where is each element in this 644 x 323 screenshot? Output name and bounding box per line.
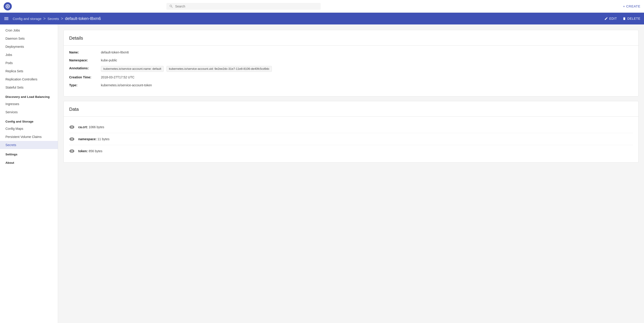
eye-icon-namespace[interactable] [69, 136, 74, 142]
sidebar-section-config: Config and Storage [0, 116, 58, 125]
detail-creation-row: Creation Time: 2018-03-27T17:52 UTC [69, 75, 633, 80]
data-item-token: token: 856 bytes [69, 145, 633, 157]
sidebar: Cron Jobs Daemon Sets Deployments Jobs P… [0, 24, 58, 323]
topbar: + CREATE [0, 0, 644, 13]
sidebar-item-cron-jobs[interactable]: Cron Jobs [0, 26, 58, 34]
app-logo[interactable] [4, 2, 12, 10]
sidebar-section-settings: Settings [0, 149, 58, 157]
creation-time-label: Creation Time: [69, 75, 101, 80]
breadcrumb-config-storage[interactable]: Config and storage [13, 17, 42, 21]
sidebar-item-pods[interactable]: Pods [0, 59, 58, 67]
breadcrumb-sep2: > [61, 16, 63, 21]
svg-line-7 [8, 5, 9, 6]
delete-button[interactable]: DELETE [622, 17, 640, 20]
breadcrumb-bar: Config and storage > Secrets > default-t… [0, 13, 644, 24]
creation-time-value: 2018-03-27T17:52 UTC [101, 75, 134, 80]
data-key-namespace: namespace: 11 bytes [78, 137, 110, 141]
annotations-label: Annotations: [69, 66, 101, 71]
namespace-value: kube-public [101, 58, 117, 63]
sidebar-item-deployments[interactable]: Deployments [0, 42, 58, 51]
eye-icon-token[interactable] [69, 148, 74, 154]
svg-point-0 [7, 6, 8, 6]
breadcrumb-secrets[interactable]: Secrets [48, 17, 59, 21]
layout: Cron Jobs Daemon Sets Deployments Jobs P… [0, 24, 644, 323]
annotations-values: kubernetes.io/service-account.name: defa… [101, 66, 274, 72]
svg-line-5 [6, 5, 7, 6]
search-input[interactable] [175, 4, 318, 8]
edit-button[interactable]: EDIT [604, 17, 617, 20]
sidebar-item-ingresses[interactable]: Ingresses [0, 100, 58, 108]
menu-button[interactable] [4, 16, 9, 21]
detail-name-row: Name: default-token-l8xm6 [69, 50, 633, 55]
type-label: Type: [69, 83, 101, 88]
annotation-badge-2: kubernetes.io/service-account.uid: 9e2ee… [166, 66, 272, 72]
svg-line-8 [6, 7, 7, 7]
details-card: Details Name: default-token-l8xm6 Namesp… [64, 30, 638, 96]
main-content: Details Name: default-token-l8xm6 Namesp… [58, 24, 644, 323]
data-title: Data [69, 107, 633, 112]
data-key-token: token: 856 bytes [78, 149, 102, 153]
sidebar-item-replica-sets[interactable]: Replica Sets [0, 67, 58, 75]
sidebar-item-services[interactable]: Services [0, 108, 58, 116]
details-title: Details [69, 35, 633, 41]
sidebar-item-daemon-sets[interactable]: Daemon Sets [0, 34, 58, 42]
type-value: kubernetes.io/service-account-token [101, 83, 152, 88]
search-bar [166, 3, 321, 10]
name-label: Name: [69, 50, 101, 55]
data-card: Data ca.crt: 1066 bytes [64, 101, 638, 163]
breadcrumb-actions: EDIT DELETE [604, 17, 640, 20]
detail-namespace-row: Namespace: kube-public [69, 58, 633, 63]
search-icon [169, 4, 173, 8]
breadcrumb: Config and storage > Secrets > default-t… [13, 16, 101, 21]
sidebar-item-stateful-sets[interactable]: Stateful Sets [0, 83, 58, 91]
name-value: default-token-l8xm6 [101, 50, 129, 55]
create-button[interactable]: + CREATE [623, 4, 640, 8]
sidebar-section-discovery: Discovery and Load Balancing [0, 91, 58, 100]
breadcrumb-current: default-token-l8xm6 [65, 16, 101, 21]
topbar-actions: + CREATE [623, 4, 640, 8]
detail-type-row: Type: kubernetes.io/service-account-toke… [69, 83, 633, 88]
sidebar-section-about: About [0, 157, 58, 166]
data-key-ca-crt: ca.crt: 1066 bytes [78, 125, 104, 129]
breadcrumb-sep1: > [43, 16, 46, 21]
sidebar-item-secrets[interactable]: Secrets [0, 141, 58, 149]
annotation-badge-1: kubernetes.io/service-account.name: defa… [101, 66, 164, 72]
data-item-ca-crt: ca.crt: 1066 bytes [69, 121, 633, 133]
eye-icon-ca-crt[interactable] [69, 124, 74, 130]
namespace-label: Namespace: [69, 58, 101, 63]
detail-annotations-row: Annotations: kubernetes.io/service-accou… [69, 66, 633, 72]
sidebar-item-replication-controllers[interactable]: Replication Controllers [0, 75, 58, 83]
svg-line-6 [8, 7, 9, 7]
data-item-namespace: namespace: 11 bytes [69, 133, 633, 145]
sidebar-item-config-maps[interactable]: Config Maps [0, 125, 58, 133]
sidebar-item-jobs[interactable]: Jobs [0, 51, 58, 59]
sidebar-item-persistent-volume-claims[interactable]: Persistent Volume Claims [0, 133, 58, 141]
